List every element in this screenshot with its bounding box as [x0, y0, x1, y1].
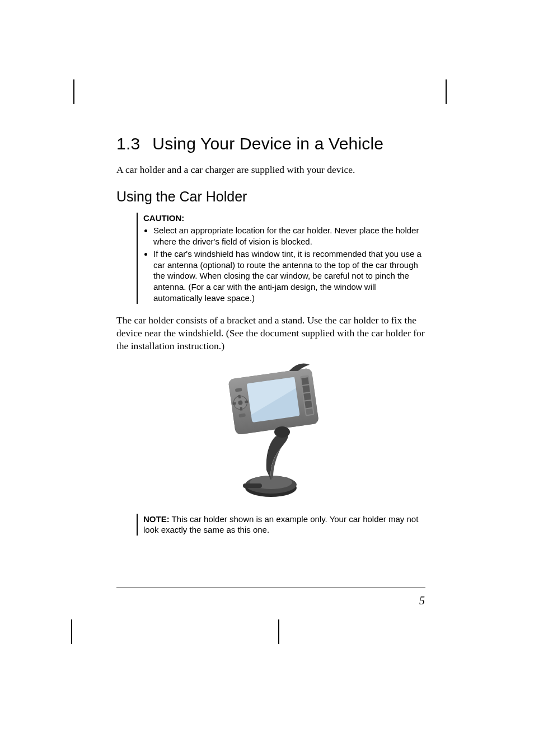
intro-paragraph: A car holder and a car charger are suppl…: [116, 163, 425, 176]
svg-rect-19: [303, 393, 311, 401]
svg-rect-11: [240, 407, 243, 410]
caution-list: Select an appropriate location for the c…: [143, 225, 425, 304]
note-label: NOTE:: [143, 514, 170, 524]
svg-rect-12: [232, 402, 236, 405]
svg-rect-18: [302, 385, 310, 393]
sub-heading: Using the Car Holder: [116, 189, 425, 205]
svg-rect-21: [306, 408, 313, 415]
svg-point-22: [274, 426, 290, 438]
section-title: Using Your Device in a Vehicle: [152, 134, 383, 153]
car-holder-icon: [209, 358, 332, 504]
footer-rule: [116, 588, 425, 588]
caution-item: If the car's windshield has window tint,…: [153, 248, 425, 304]
caution-item: Select an appropriate location for the c…: [153, 225, 425, 247]
figure: [116, 358, 425, 504]
crop-mark: [71, 619, 72, 644]
page: 1.3Using Your Device in a Vehicle A car …: [0, 0, 534, 756]
svg-rect-10: [238, 395, 241, 398]
content-area: 1.3Using Your Device in a Vehicle A car …: [116, 134, 425, 536]
section-number: 1.3: [116, 134, 140, 153]
svg-rect-3: [243, 483, 262, 488]
note-box: NOTE: This car holder shown is an exampl…: [137, 514, 425, 536]
page-number: 5: [419, 594, 425, 607]
svg-rect-20: [305, 400, 312, 408]
crop-mark: [73, 79, 74, 104]
crop-mark: [278, 619, 279, 644]
note-text: This car holder shown is an example only…: [143, 514, 418, 535]
caution-box: CAUTION: Select an appropriate location …: [137, 213, 425, 304]
svg-rect-17: [301, 377, 309, 385]
svg-rect-13: [245, 400, 248, 403]
section-heading: 1.3Using Your Device in a Vehicle: [116, 134, 425, 153]
caution-label: CAUTION:: [143, 213, 184, 223]
crop-mark: [446, 79, 447, 104]
body-paragraph: The car holder consists of a bracket and…: [116, 314, 425, 352]
